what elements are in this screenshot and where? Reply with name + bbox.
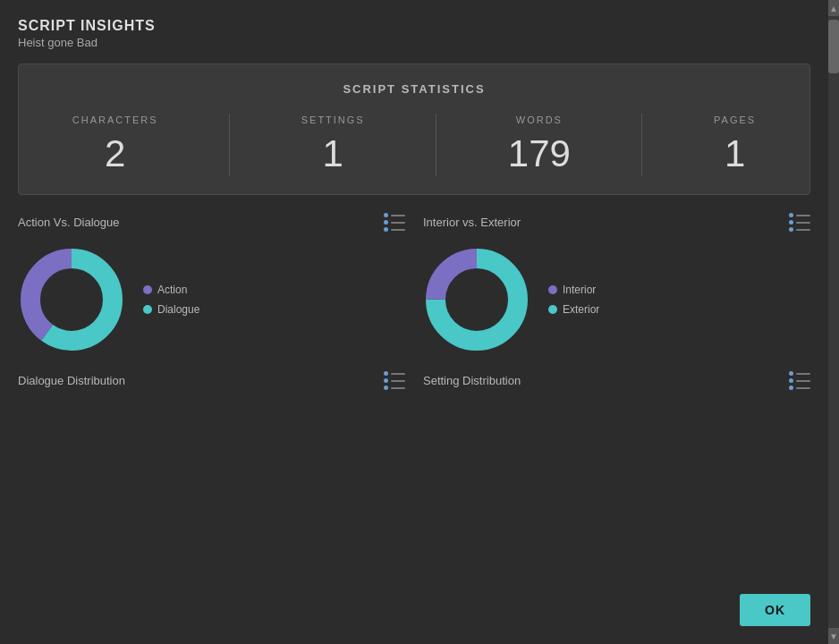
action-dialogue-donut — [18, 246, 125, 353]
setting-distribution-title: Setting Distribution — [423, 374, 521, 387]
stats-grid: CHARACTERS 2 SETTINGS 1 WORDS 179 PAGES … — [37, 114, 792, 176]
ok-button[interactable]: OK — [740, 594, 810, 626]
stat-words: WORDS 179 — [508, 114, 571, 175]
setting-distribution-header: Setting Distribution — [423, 371, 810, 390]
stats-divider-1 — [229, 114, 230, 176]
dialogue-distribution-list-icon[interactable] — [384, 371, 405, 390]
action-dialogue-header: Action Vs. Dialogue — [18, 213, 405, 232]
legend-exterior: Exterior — [548, 303, 599, 316]
stats-card: SCRIPT STATISTICS CHARACTERS 2 SETTINGS … — [18, 64, 810, 195]
interior-exterior-list-icon[interactable] — [789, 213, 810, 232]
scroll-up-button[interactable]: ▲ — [828, 0, 839, 16]
bottom-row: Dialogue Distribution Setting Distributi… — [18, 371, 810, 404]
dialogue-distribution-header: Dialogue Distribution — [18, 371, 405, 390]
legend-interior-dot — [548, 285, 557, 294]
legend-action: Action — [143, 284, 199, 296]
legend-exterior-dot — [548, 305, 557, 314]
stats-card-title: SCRIPT STATISTICS — [37, 82, 792, 96]
main-container: ▲ ▼ SCRIPT INSIGHTS Heist gone Bad SCRIP… — [0, 0, 839, 644]
legend-exterior-label: Exterior — [563, 303, 599, 316]
setting-distribution-panel: Setting Distribution — [423, 371, 810, 404]
scrollbar-thumb[interactable] — [828, 20, 839, 73]
action-dialogue-list-icon[interactable] — [384, 213, 405, 232]
legend-dialogue-dot — [143, 305, 152, 314]
legend-interior: Interior — [548, 284, 599, 296]
legend-interior-label: Interior — [563, 284, 596, 296]
content-area: SCRIPT INSIGHTS Heist gone Bad SCRIPT ST… — [0, 0, 828, 644]
stat-words-label: WORDS — [508, 114, 571, 125]
stat-characters: CHARACTERS 2 — [72, 114, 158, 175]
interior-exterior-donut — [423, 246, 530, 353]
charts-row: Action Vs. Dialogue — [18, 213, 810, 353]
stat-pages: PAGES 1 — [714, 114, 756, 175]
action-dialogue-panel: Action Vs. Dialogue — [18, 213, 405, 353]
action-dialogue-legend: Action Dialogue — [143, 284, 199, 316]
stat-characters-label: CHARACTERS — [72, 114, 158, 125]
interior-exterior-body: Interior Exterior — [423, 246, 810, 353]
dialogue-distribution-panel: Dialogue Distribution — [18, 371, 405, 404]
stat-pages-label: PAGES — [714, 114, 756, 125]
stat-pages-value: 1 — [714, 132, 756, 175]
setting-distribution-list-icon[interactable] — [789, 371, 810, 390]
stat-settings-label: SETTINGS — [301, 114, 365, 125]
stat-settings: SETTINGS 1 — [301, 114, 365, 175]
interior-exterior-panel: Interior vs. Exterior — [423, 213, 810, 353]
stats-divider-3 — [641, 114, 642, 176]
app-title: SCRIPT INSIGHTS — [18, 18, 810, 34]
action-dialogue-body: Action Dialogue — [18, 246, 405, 353]
legend-dialogue: Dialogue — [143, 303, 199, 316]
app-subtitle: Heist gone Bad — [18, 36, 810, 49]
legend-action-dot — [143, 285, 152, 294]
interior-exterior-title: Interior vs. Exterior — [423, 216, 521, 229]
action-dialogue-hole — [52, 280, 91, 319]
stats-divider-2 — [436, 114, 436, 176]
action-dialogue-title: Action Vs. Dialogue — [18, 216, 119, 229]
interior-exterior-hole — [457, 280, 496, 319]
scroll-down-button[interactable]: ▼ — [828, 628, 839, 644]
interior-exterior-legend: Interior Exterior — [548, 284, 599, 316]
scrollbar-track: ▲ ▼ — [828, 0, 839, 644]
stat-characters-value: 2 — [72, 132, 158, 175]
stat-settings-value: 1 — [301, 132, 365, 175]
interior-exterior-header: Interior vs. Exterior — [423, 213, 810, 232]
dialogue-distribution-title: Dialogue Distribution — [18, 374, 125, 387]
legend-dialogue-label: Dialogue — [157, 303, 199, 316]
stat-words-value: 179 — [508, 132, 571, 175]
legend-action-label: Action — [157, 284, 187, 296]
